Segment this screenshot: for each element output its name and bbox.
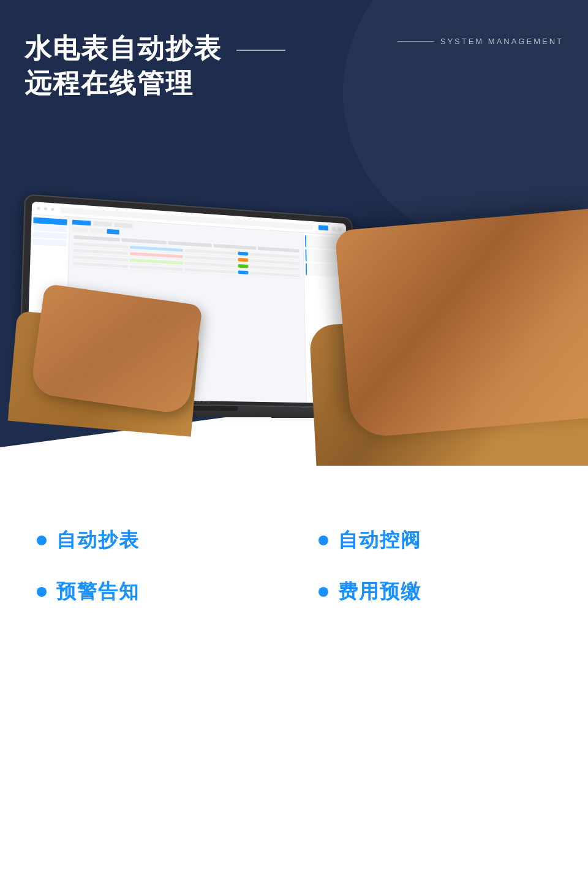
right-item-1	[305, 235, 345, 250]
td-4-status	[238, 270, 249, 275]
laptop-screen: +	[26, 202, 351, 403]
laptop-outer: +	[18, 194, 358, 419]
feature-label-3: 预警告知	[56, 578, 140, 605]
sidebar-item-3	[33, 232, 67, 240]
td-2-status	[238, 258, 248, 262]
td-1-status	[238, 252, 248, 256]
right-item-2	[305, 249, 345, 263]
system-management-text: SYSTEM MANAGEMENT	[440, 37, 564, 46]
hero-section: SYSTEM MANAGEMENT 水电表自动抄表 远程在线管理	[0, 0, 588, 466]
screen-icon-1	[331, 226, 336, 231]
td-3-status	[238, 264, 248, 268]
feature-item-3: 预警告知	[37, 578, 270, 605]
feature-label-1: 自动抄表	[56, 527, 140, 554]
feature-label-4: 费用预缴	[338, 578, 421, 605]
hero-title-line2: 远程在线管理	[24, 66, 285, 100]
feature-item-4: 费用预缴	[318, 578, 551, 605]
hero-title: 水电表自动抄表	[24, 31, 285, 66]
td-4-2	[130, 265, 183, 270]
right-item-3	[306, 263, 346, 278]
screen-add-btn: +	[318, 225, 328, 230]
filter-2	[89, 228, 105, 233]
screen-ui: +	[26, 202, 351, 403]
screen-icons	[331, 226, 342, 231]
screen-dot-2	[44, 207, 47, 210]
hero-title-line1: 水电表自动抄表	[24, 33, 222, 63]
feature-label-2: 自动控阀	[338, 527, 421, 554]
bottom-section: 自动抄表 自动控阀 预警告知 费用预缴	[0, 466, 588, 875]
screen-dot-1	[37, 206, 40, 210]
filter-1	[72, 227, 88, 232]
laptop-illustration: +	[18, 194, 358, 419]
hero-text-block: 水电表自动抄表 远程在线管理	[24, 31, 285, 100]
macbook-brand-label: MacBook Pro	[182, 400, 210, 404]
system-management-label: SYSTEM MANAGEMENT	[398, 37, 564, 46]
add-btn	[107, 229, 119, 235]
screen-dot-3	[51, 208, 54, 211]
feature-bullet-2	[318, 536, 328, 545]
screen-body	[26, 214, 351, 403]
label-line	[398, 41, 434, 42]
laptop-lid: +	[18, 194, 358, 409]
screen-sidebar	[26, 214, 70, 398]
feature-bullet-1	[37, 536, 47, 545]
feature-bullet-4	[318, 587, 328, 597]
laptop-hinge	[153, 405, 238, 411]
features-grid: 自动抄表 自动控阀 预警告知 费用预缴	[37, 527, 551, 605]
sidebar-item-2	[33, 224, 67, 232]
td-4-1	[73, 262, 128, 268]
feature-item-1: 自动抄表	[37, 527, 270, 554]
title-decorator	[236, 50, 285, 51]
tab-1	[72, 220, 91, 226]
tab-2	[93, 221, 111, 227]
sidebar-item-4	[32, 239, 67, 247]
screen-main	[66, 217, 306, 403]
tab-3	[115, 222, 133, 229]
td-4-5	[250, 271, 300, 277]
screen-icon-2	[337, 227, 342, 232]
feature-bullet-3	[37, 587, 47, 597]
td-4-3	[185, 268, 236, 273]
screen-right-panel	[303, 233, 351, 404]
feature-item-2: 自动控阀	[318, 527, 551, 554]
